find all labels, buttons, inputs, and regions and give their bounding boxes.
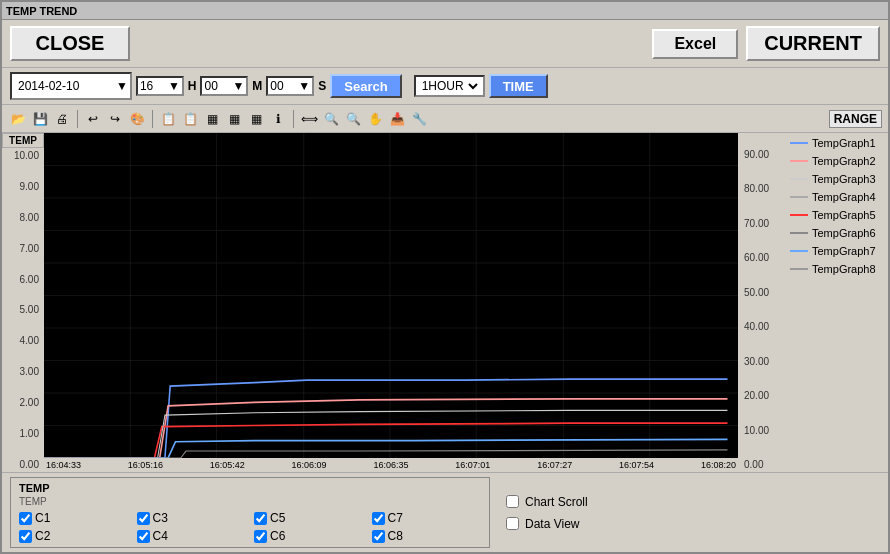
checkbox-c2-input[interactable] bbox=[19, 530, 32, 543]
checkbox-c3-label: C3 bbox=[153, 511, 168, 525]
y-label-3: 7.00 bbox=[2, 243, 42, 254]
current-button[interactable]: CURRENT bbox=[746, 26, 880, 61]
legend-item-7: TempGraph8 bbox=[790, 263, 886, 275]
sep3 bbox=[293, 110, 294, 128]
x-label-8: 16:08:20 bbox=[701, 460, 736, 470]
open-icon[interactable]: 📂 bbox=[8, 109, 28, 129]
wrench-icon[interactable]: 🔧 bbox=[409, 109, 429, 129]
save-icon[interactable]: 💾 bbox=[30, 109, 50, 129]
grid2-icon[interactable]: ▦ bbox=[224, 109, 244, 129]
redo-icon[interactable]: ↪ bbox=[105, 109, 125, 129]
x-label-3: 16:06:09 bbox=[292, 460, 327, 470]
excel-button[interactable]: Excel bbox=[652, 29, 738, 59]
legend: TempGraph1 TempGraph2 TempGraph3 TempGra… bbox=[788, 133, 888, 472]
legend-item-2: TempGraph3 bbox=[790, 173, 886, 185]
range-label[interactable]: RANGE bbox=[829, 110, 882, 128]
main-window: TEMP TREND CLOSE Excel CURRENT ▼ ▼ H ▼ M… bbox=[0, 0, 890, 554]
data-view-checkbox[interactable] bbox=[506, 517, 519, 530]
legend-item-1: TempGraph2 bbox=[790, 155, 886, 167]
right-options: Chart Scroll Data View bbox=[498, 477, 880, 548]
date-input[interactable] bbox=[14, 75, 114, 97]
toolbar: 📂 💾 🖨 ↩ ↪ 🎨 📋 📋 ▦ ▦ ▦ ℹ ⟺ 🔍 🔍 ✋ 📥 🔧 RANG… bbox=[2, 105, 888, 133]
checkbox-c5-input[interactable] bbox=[254, 512, 267, 525]
checkbox-c6-label: C6 bbox=[270, 529, 285, 543]
zoom-fit-icon[interactable]: ⟺ bbox=[299, 109, 319, 129]
legend-label-1: TempGraph2 bbox=[812, 155, 876, 167]
title-bar: TEMP TREND bbox=[2, 2, 888, 20]
checkbox-c4-input[interactable] bbox=[137, 530, 150, 543]
x-label-1: 16:05:16 bbox=[128, 460, 163, 470]
info-icon[interactable]: ℹ bbox=[268, 109, 288, 129]
y-axis-left: TEMP 10.00 9.00 8.00 7.00 6.00 5.00 4.00… bbox=[2, 133, 44, 472]
legend-label-4: TempGraph5 bbox=[812, 209, 876, 221]
minute-input[interactable] bbox=[204, 79, 230, 93]
chart-area: TEMP 10.00 9.00 8.00 7.00 6.00 5.00 4.00… bbox=[2, 133, 888, 472]
search-button[interactable]: Search bbox=[330, 74, 401, 98]
checkbox-c7-input[interactable] bbox=[372, 512, 385, 525]
y-axis-right: 90.00 80.00 70.00 60.00 50.00 40.00 30.0… bbox=[738, 133, 788, 472]
grid1-icon[interactable]: ▦ bbox=[202, 109, 222, 129]
chart-canvas bbox=[44, 133, 738, 458]
checkbox-c7: C7 bbox=[372, 511, 482, 525]
chart-svg bbox=[44, 133, 738, 458]
chart-scroll-checkbox[interactable] bbox=[506, 495, 519, 508]
legend-line-7 bbox=[790, 268, 808, 270]
legend-line-6 bbox=[790, 250, 808, 252]
legend-item-6: TempGraph7 bbox=[790, 245, 886, 257]
checkbox-c5-label: C5 bbox=[270, 511, 285, 525]
zoom-in-icon[interactable]: 🔍 bbox=[321, 109, 341, 129]
y-label-6: 4.00 bbox=[2, 335, 42, 346]
yr-label-9: 0.00 bbox=[741, 459, 788, 470]
x-label-5: 16:07:01 bbox=[455, 460, 490, 470]
sep2 bbox=[152, 110, 153, 128]
checkbox-c3-input[interactable] bbox=[137, 512, 150, 525]
grid3-icon[interactable]: ▦ bbox=[246, 109, 266, 129]
yr-label-4: 50.00 bbox=[741, 287, 788, 298]
checkbox-c2: C2 bbox=[19, 529, 129, 543]
yr-label-7: 20.00 bbox=[741, 390, 788, 401]
pan-icon[interactable]: ✋ bbox=[365, 109, 385, 129]
yr-label-3: 60.00 bbox=[741, 252, 788, 263]
legend-line-2 bbox=[790, 178, 808, 180]
second-input[interactable] bbox=[270, 79, 296, 93]
legend-label-5: TempGraph6 bbox=[812, 227, 876, 239]
second-label: S bbox=[318, 79, 326, 93]
color-icon[interactable]: 🎨 bbox=[127, 109, 147, 129]
y-label-8: 2.00 bbox=[2, 397, 42, 408]
time-button[interactable]: TIME bbox=[489, 74, 548, 98]
download-icon[interactable]: 📥 bbox=[387, 109, 407, 129]
legend-line-4 bbox=[790, 214, 808, 216]
copy-icon[interactable]: 📋 bbox=[158, 109, 178, 129]
checkbox-c1: C1 bbox=[19, 511, 129, 525]
yr-label-5: 40.00 bbox=[741, 321, 788, 332]
yr-label-1: 80.00 bbox=[741, 183, 788, 194]
y-label-2: 8.00 bbox=[2, 212, 42, 223]
yr-label-8: 10.00 bbox=[741, 425, 788, 436]
zoom-out-icon[interactable]: 🔍 bbox=[343, 109, 363, 129]
legend-item-0: TempGraph1 bbox=[790, 137, 886, 149]
undo-icon[interactable]: ↩ bbox=[83, 109, 103, 129]
x-label-2: 16:05:42 bbox=[210, 460, 245, 470]
checkbox-c6: C6 bbox=[254, 529, 364, 543]
legend-label-3: TempGraph4 bbox=[812, 191, 876, 203]
hour-label: H bbox=[188, 79, 197, 93]
legend-item-4: TempGraph5 bbox=[790, 209, 886, 221]
close-button[interactable]: CLOSE bbox=[10, 26, 130, 61]
paste-icon[interactable]: 📋 bbox=[180, 109, 200, 129]
print-icon[interactable]: 🖨 bbox=[52, 109, 72, 129]
y-label-0: 10.00 bbox=[2, 150, 42, 161]
interval-select[interactable]: 1HOUR 30MIN 2HOUR bbox=[418, 78, 481, 94]
sep1 bbox=[77, 110, 78, 128]
yr-label-6: 30.00 bbox=[741, 356, 788, 367]
checkbox-c8-input[interactable] bbox=[372, 530, 385, 543]
legend-line-5 bbox=[790, 232, 808, 234]
temp-group: TEMP TEMP C1 C3 C5 C7 bbox=[10, 477, 490, 548]
chart-main-col: 16:04:33 16:05:16 16:05:42 16:06:09 16:0… bbox=[44, 133, 738, 472]
top-bar: CLOSE Excel CURRENT bbox=[2, 20, 888, 68]
checkbox-c1-input[interactable] bbox=[19, 512, 32, 525]
hour-input[interactable] bbox=[140, 79, 166, 93]
legend-item-5: TempGraph6 bbox=[790, 227, 886, 239]
checkbox-c8-label: C8 bbox=[388, 529, 403, 543]
minute-label: M bbox=[252, 79, 262, 93]
checkbox-c6-input[interactable] bbox=[254, 530, 267, 543]
